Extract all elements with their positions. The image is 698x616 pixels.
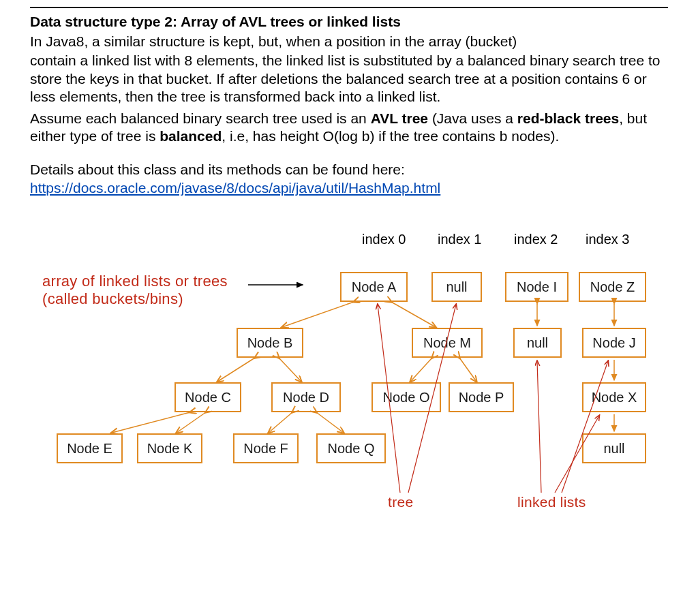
paragraph-4: Details about this class and its methods… <box>30 161 668 179</box>
index-0-label: index 0 <box>362 232 406 247</box>
svg-line-2 <box>391 302 436 327</box>
node-o: Node O <box>371 382 441 412</box>
svg-line-7 <box>112 412 190 433</box>
node-b: Node B <box>237 328 303 358</box>
array-label: array of linked lists or trees <box>42 273 228 290</box>
paragraph-1: In Java8, a similar structure is kept, b… <box>30 33 668 50</box>
linked-lists-label: linked lists <box>517 494 586 510</box>
node-j: Node J <box>582 328 646 358</box>
null-2: null <box>513 328 562 358</box>
node-k: Node K <box>137 433 202 463</box>
svg-line-3 <box>217 358 255 382</box>
index-2-label: index 2 <box>514 232 558 247</box>
node-a: Node A <box>340 272 408 302</box>
diagram: index 0 index 1 index 2 index 3 array of… <box>30 232 671 545</box>
svg-line-10 <box>316 412 344 433</box>
node-e: Node E <box>57 433 123 463</box>
svg-line-17 <box>537 361 541 493</box>
buckets-label: (called buckets/bins) <box>42 290 183 308</box>
node-z: Node Z <box>579 272 646 302</box>
rule <box>30 7 668 8</box>
index-1-label: index 1 <box>438 232 482 247</box>
null-1: null <box>431 272 482 302</box>
text: Assume each balanced binary search tree … <box>30 110 371 126</box>
node-p: Node P <box>449 382 514 412</box>
paragraph-2: contain a linked list with 8 elements, t… <box>30 52 668 106</box>
node-f: Node F <box>233 433 299 463</box>
node-x: Node X <box>582 382 646 412</box>
text: , i.e, has height O(log b) if the tree c… <box>222 128 559 144</box>
node-c: Node C <box>174 382 241 412</box>
null-3: null <box>582 433 646 463</box>
svg-line-1 <box>282 302 354 327</box>
doc-link[interactable]: https://docs.oracle.com/javase/8/docs/ap… <box>30 180 440 196</box>
svg-line-9 <box>269 412 292 433</box>
text-bold: AVL tree <box>371 110 428 126</box>
svg-line-19 <box>562 361 608 493</box>
text: (Java uses a <box>428 110 517 126</box>
index-3-label: index 3 <box>586 232 630 247</box>
node-q: Node Q <box>316 433 386 463</box>
svg-line-6 <box>459 358 476 382</box>
node-m: Node M <box>412 328 483 358</box>
node-d: Node D <box>271 382 341 412</box>
document-page: Data structure type 2: Array of AVL tree… <box>0 0 698 616</box>
node-i: Node I <box>505 272 568 302</box>
svg-line-5 <box>410 358 432 382</box>
text-bold: balanced <box>160 128 222 144</box>
svg-line-8 <box>177 412 206 433</box>
section-heading: Data structure type 2: Array of AVL tree… <box>30 14 668 30</box>
text-bold: red-black trees <box>517 110 619 126</box>
svg-line-4 <box>279 358 301 382</box>
tree-label: tree <box>388 494 413 510</box>
paragraph-3: Assume each balanced binary search tree … <box>30 110 668 146</box>
